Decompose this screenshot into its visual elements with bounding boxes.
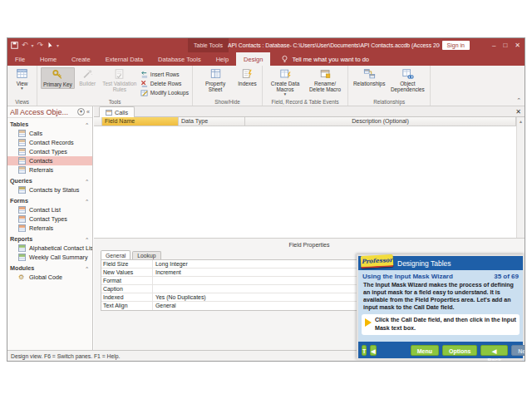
nav-group-tables[interactable]: Tables ^ (7, 120, 92, 129)
collapse-ribbon-icon[interactable]: ⌃ (516, 97, 521, 104)
text-mode-button[interactable]: T (362, 345, 367, 356)
prop-format[interactable]: Format (101, 277, 357, 285)
test-validation-rules-button[interactable]: Test Validation Rules (101, 67, 139, 93)
indexes-button[interactable]: Indexes (236, 67, 259, 87)
nav-group-forms[interactable]: Forms ^ (7, 196, 92, 205)
grid-row-empty[interactable] (94, 205, 516, 214)
tab-general[interactable]: General (101, 250, 131, 259)
object-dependencies-button[interactable]: Object Dependencies (388, 67, 426, 93)
grid-row-call-id[interactable] (94, 126, 516, 135)
shutter-bar-close-icon[interactable]: « (86, 109, 90, 115)
tab-create[interactable]: Create (64, 52, 98, 66)
nav-item-weekly-call-summary[interactable]: Weekly Call Summary ^ (7, 253, 92, 262)
primary-key-button[interactable]: Primary Key (41, 67, 75, 89)
close-document-icon[interactable]: ✕ (515, 107, 521, 116)
relationships-button[interactable]: Relationships (352, 67, 387, 87)
grid-row-topic[interactable] (94, 144, 516, 153)
screenshot-canvas: ↶ ▾ ↷ ▾ Table Tools API Contacts : Datab… (0, 0, 532, 399)
tab-home[interactable]: Home (32, 52, 64, 66)
touch-mode-icon[interactable] (47, 42, 53, 49)
property-value[interactable] (153, 285, 357, 293)
nav-item-label: Reports (10, 235, 32, 243)
prop-caption[interactable]: Caption (101, 285, 357, 293)
redo-icon[interactable]: ↷ (37, 42, 44, 49)
grid-row-call-date[interactable] (94, 153, 516, 162)
next-button[interactable]: Next ▶ (511, 345, 525, 356)
nav-item-alphabetical-contact-listing[interactable]: Alphabetical Contact Listing ^ (7, 244, 92, 253)
nav-item-global-code[interactable]: Global Code ^ (7, 273, 92, 282)
delete-rows-button[interactable]: Delete Rows (140, 79, 189, 87)
grid-row-billable[interactable] (94, 179, 516, 188)
professor-logo: Professor (361, 254, 394, 268)
tab-help[interactable]: Help (209, 52, 236, 66)
prop-field-size[interactable]: Field Size Long Integer (101, 260, 357, 268)
tab-external-data[interactable]: External Data (98, 52, 150, 66)
tab-design[interactable]: Design (236, 52, 270, 66)
document-tab-calls[interactable]: Calls (99, 106, 135, 117)
grid-row-empty[interactable] (94, 223, 516, 232)
data-type-column-header[interactable]: Data Type (179, 117, 245, 126)
modify-lookups-button[interactable]: Modify Lookups (140, 88, 189, 96)
nav-item-contact-records[interactable]: Contact Records ^ (7, 138, 92, 147)
property-sheet-button[interactable]: Property Sheet (196, 67, 234, 93)
insert-rows-button[interactable]: Insert Rows (140, 70, 189, 78)
options-button[interactable]: Options (442, 345, 477, 356)
undo-icon[interactable]: ↶ (22, 42, 28, 49)
field-name-column-header[interactable]: Field Name (102, 117, 179, 126)
tab-database-tools[interactable]: Database Tools (150, 52, 209, 66)
property-value[interactable]: Increment (153, 268, 357, 276)
navigation-pane: All Access Obje... ▾ « Tables ^ Calls (7, 106, 93, 350)
nav-category-dropdown-icon[interactable]: ▾ (77, 108, 85, 116)
nav-group-modules[interactable]: Modules ^ (7, 264, 92, 273)
property-value[interactable]: General (153, 302, 357, 310)
row-selector-header[interactable] (94, 117, 102, 126)
menu-button[interactable]: Menu (411, 345, 439, 356)
create-data-macros-button[interactable]: Create Data Macros ▾ (266, 67, 304, 96)
builder-button[interactable]: Builder (76, 67, 99, 87)
nav-item-referrals[interactable]: Referrals ^ (7, 165, 92, 175)
description-column-header[interactable]: Description (Optional) (245, 117, 516, 126)
instruction-arrow-icon (365, 318, 372, 327)
save-icon[interactable] (11, 42, 18, 49)
nav-item-referrals-form[interactable]: Referrals ^ (7, 224, 92, 233)
prop-text-align[interactable]: Text Align General (101, 302, 357, 310)
maximize-button[interactable]: □ (503, 42, 507, 49)
close-button[interactable]: ✕ (515, 42, 520, 49)
navigation-pane-header: All Access Obje... ▾ « (7, 106, 92, 118)
customize-qat-icon[interactable]: ▾ (57, 42, 59, 48)
rename-delete-macro-button[interactable]: Rename/ Delete Macro (306, 67, 344, 93)
back-button[interactable]: ◀ Back (480, 345, 508, 356)
view-button[interactable]: View ▾ (11, 67, 33, 91)
grid-row-starting-time[interactable] (94, 161, 516, 170)
tab-file[interactable]: File (7, 52, 32, 66)
ribbon-group-show-hide: Property Sheet Indexes Show/Hide (193, 66, 263, 106)
property-value[interactable] (153, 277, 357, 284)
tab-lookup[interactable]: Lookup (132, 251, 160, 259)
grid-row-ending-time[interactable] (94, 170, 516, 180)
grid-row-empty[interactable] (94, 214, 516, 223)
previous-button[interactable]: ◀ (370, 345, 376, 356)
nav-item-contact-list[interactable]: Contact List ^ (7, 205, 92, 214)
prop-new-values[interactable]: New Values Increment (101, 268, 357, 277)
vertical-scrollbar[interactable]: ▲ (516, 117, 525, 238)
prop-indexed[interactable]: Indexed Yes (No Duplicates) (101, 293, 357, 302)
property-value[interactable]: Long Integer (153, 260, 357, 268)
grid-row-notes[interactable] (94, 196, 516, 205)
property-value[interactable]: Yes (No Duplicates) (153, 293, 357, 301)
minimize-button[interactable]: – (492, 42, 495, 49)
table-icon (18, 139, 26, 146)
ribbon-tab-label: Create (71, 56, 91, 63)
grid-row-contact-id[interactable] (94, 135, 516, 145)
undo-dropdown-icon[interactable]: ▾ (32, 42, 34, 48)
nav-group-reports[interactable]: Reports ^ (7, 234, 92, 244)
nav-item-contact-types-form[interactable]: Contact Types ^ (7, 214, 92, 224)
sign-in-button[interactable]: Sign in (442, 41, 470, 50)
nav-item-contacts-by-status[interactable]: Contacts by Status ^ (7, 185, 92, 195)
nav-group-queries[interactable]: Queries ^ (7, 176, 92, 185)
grid-row-rate[interactable] (94, 188, 516, 197)
tell-me-box[interactable]: Tell me what you want to do (270, 52, 369, 66)
property-name: Format (101, 277, 153, 284)
nav-item-contacts[interactable]: Contacts ^ (7, 156, 92, 165)
nav-item-contact-types[interactable]: Contact Types ^ (7, 147, 92, 156)
nav-item-calls[interactable]: Calls ^ (7, 129, 92, 138)
